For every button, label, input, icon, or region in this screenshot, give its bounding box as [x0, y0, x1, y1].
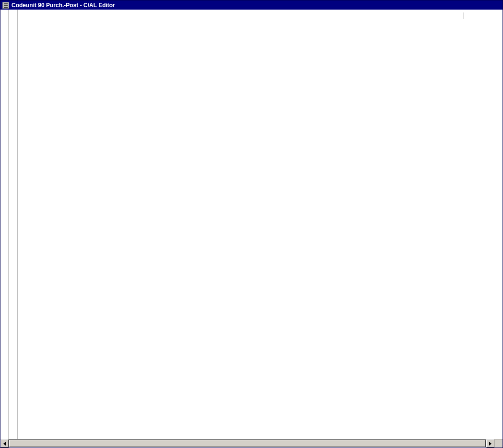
scroll-track[interactable] [9, 439, 486, 448]
client-area [0, 10, 503, 439]
text-caret [464, 12, 464, 19]
editor-window: Codeunit 90 Purch.-Post - C/AL Editor [0, 0, 503, 448]
scroll-corner [494, 439, 503, 448]
arrow-left-icon [3, 442, 6, 446]
system-menu-icon[interactable] [2, 2, 9, 9]
breakpoint-gutter[interactable] [0, 10, 9, 439]
arrow-right-icon [489, 442, 491, 446]
window-title: Codeunit 90 Purch.-Post - C/AL Editor [12, 2, 115, 9]
horizontal-scrollbar[interactable] [0, 439, 503, 448]
code-text[interactable] [18, 10, 503, 13]
indicator-gutter[interactable] [9, 10, 18, 439]
scroll-thumb[interactable] [9, 440, 486, 447]
title-bar[interactable]: Codeunit 90 Purch.-Post - C/AL Editor [0, 0, 503, 10]
scroll-left-button[interactable] [0, 439, 9, 448]
scroll-right-button[interactable] [486, 439, 494, 448]
code-area[interactable] [18, 10, 503, 439]
